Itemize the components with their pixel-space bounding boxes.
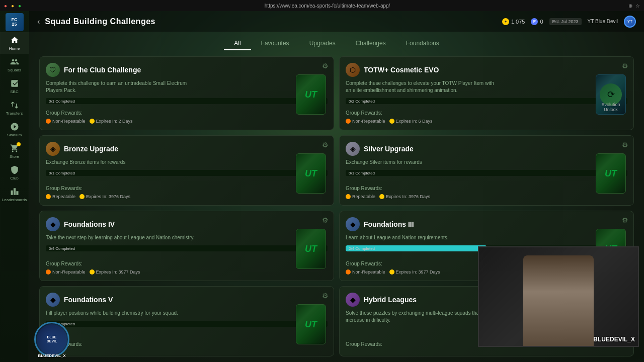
challenge-card-silver-upgrade[interactable]: ◈ Silver Upgrade ⚙ Exchange Silver items… [339,135,634,206]
badge-dot [346,269,351,275]
card-footer: Non-Repeatable Expires In: 2 Days [46,119,328,124]
card-icon: 🛡 [46,63,60,77]
card-footer: Non-Repeatable Expires In: 6 Days [346,119,627,124]
profile-circle: BLUEDEVIL [34,322,69,357]
challenge-card-bronze-upgrade[interactable]: ◈ Bronze Upgrade ⚙ Exchange Bronze items… [39,135,334,206]
sidebar-item-stadium[interactable]: Stadium [0,119,29,140]
card-info: Exchange Bronze items for rewards 0/1 Co… [46,159,328,191]
tab-foundations[interactable]: Foundations [396,37,449,50]
sidebar-label-home: Home [9,46,20,51]
tab-all[interactable]: All [224,37,251,50]
card-icon: ◈ [346,142,360,156]
card-image: ⟳ EvolutionUnlock [593,72,628,117]
card-header: ◆ Foundations III [346,217,627,231]
tab-upgrades[interactable]: Upgrades [299,37,346,50]
card-header: ◆ Foundations V [46,293,328,307]
card-body: Exchange Bronze items for rewards 0/1 Co… [46,159,328,191]
progress-text: 0/4 Completed [46,245,328,251]
card-icon: ◆ [346,293,360,307]
badge-expires-in:-6-days: Expires In: 6 Days [389,119,433,124]
webcam-overlay: BLUEDEVIL_X [478,246,639,347]
settings-icon[interactable]: ⚙ [622,141,628,149]
pack-ut-text: UT [305,89,317,100]
card-header: ⬡ TOTW+ Cosmetic EVO [346,63,627,77]
tab-favourites[interactable]: Favourites [251,37,299,50]
sidebar-item-leaderboards[interactable]: Leaderboards [0,184,29,205]
group-rewards-label: Group Rewards: [346,107,627,116]
pack-ut-text: UT [305,168,317,179]
card-description: Complete these challenges to elevate you… [346,80,501,94]
sidebar-item-sbc[interactable]: SBC [0,75,29,97]
progress-bar-container: 0/4 Completed [46,321,328,327]
card-body: Complete these challenges to elevate you… [346,80,627,116]
badge-dot [379,194,384,199]
progress-bar-container: 0/1 Completed [346,170,627,176]
back-button[interactable]: ‹ [37,17,40,26]
sidebar-item-club[interactable]: Club [0,162,29,184]
badge-repeatable: Repeatable [346,194,375,199]
card-description: Learn about League and Nation requiremen… [346,234,501,241]
badge-non-repeatable: Non-Repeatable [46,269,86,275]
badge-expires-in:-3976-days: Expires In: 3976 Days [379,194,430,199]
settings-icon[interactable]: ⚙ [322,141,329,149]
coin-icon: ● [502,18,509,25]
badge-expires-in:-3977-days: Expires In: 3977 Days [389,269,440,275]
club-icon [10,165,20,175]
stadium-icon [10,122,20,132]
sidebar-label-transfers: Transfers [6,111,23,116]
challenge-card-foundations-iv[interactable]: ◆ Foundations IV ⚙ Take the next step by… [39,211,334,281]
est-badge: Est. Jul 2023 [549,18,582,25]
tab-challenges[interactable]: Challenges [346,37,396,50]
card-image: UT [293,302,329,347]
browser-topbar: ● ● ● https://www.ea.com/ea-sports-fc/ul… [0,0,644,11]
card-image: UT [293,72,329,117]
card-header: ◆ Foundations IV [46,217,328,231]
card-title: Silver Upgrade [364,145,414,153]
sidebar-label-leaderboards: Leaderboards [2,198,27,202]
pack-visual: UT [296,304,326,344]
coins-value: 1,075 [511,19,525,25]
group-rewards-label: Group Rewards: [46,258,328,266]
badge-dot [389,119,394,124]
challenge-card-totw-cosmetic[interactable]: ⬡ TOTW+ Cosmetic EVO ⚙ Complete these ch… [339,56,634,130]
pack-visual: ⟳ EvolutionUnlock [596,74,626,115]
badge-dot [389,269,394,275]
card-title: For the Club Challenge [64,66,141,74]
progress-text: 0/1 Completed [346,170,627,176]
fc-logo: FC25 [6,13,24,31]
settings-icon[interactable]: ⚙ [622,62,628,70]
home-icon [10,35,20,45]
challenge-card-for-the-club[interactable]: 🛡 For the Club Challenge ⚙ Complete this… [39,56,334,130]
card-icon: ⬡ [346,63,360,77]
sidebar-item-home[interactable]: Home [0,32,29,54]
card-body: Complete this challenge to earn an untra… [46,80,328,116]
settings-icon[interactable]: ⚙ [322,216,329,224]
store-badge-dot [17,142,21,146]
sidebar-item-squads[interactable]: Squads [0,54,29,75]
badge-dot [79,194,85,199]
progress-text: 0/4 Completed [46,321,328,327]
sidebar-label-sbc: SBC [10,89,18,94]
pack-ut-text: UT [305,244,317,254]
progress-bar-container: 0/4 Completed [46,245,328,251]
settings-icon[interactable]: ⚙ [622,216,628,224]
user-avatar[interactable]: YT [624,16,636,28]
settings-icon[interactable]: ⚙ [322,62,329,70]
card-body: Fill player positions while building che… [46,310,328,347]
badge-dot [346,194,351,199]
sidebar-item-store[interactable]: Store [0,140,29,162]
card-body: Exchange Silver items for rewards 0/1 Co… [346,159,627,191]
topbar-controls: ⊕☆ [628,3,640,9]
challenge-card-foundations-v[interactable]: ◆ Foundations V ⚙ Fill player positions … [39,286,334,356]
settings-icon[interactable]: ⚙ [322,292,329,300]
username-display: YT Blue Devil [588,19,618,24]
points-icon: P [531,18,538,25]
badge-dot [90,119,95,124]
url-bar[interactable]: https://www.ea.com/ea-sports-fc/ultimate… [26,3,628,9]
badge-repeatable: Repeatable [46,194,75,199]
webcam-content: BLUEDEVIL_X [479,247,638,346]
badge-dot [346,119,351,124]
card-title: Bronze Upgrade [64,145,118,153]
sidebar-item-transfers[interactable]: Transfers [0,97,29,119]
webcam-label: BLUEDEVIL_X [593,336,635,343]
